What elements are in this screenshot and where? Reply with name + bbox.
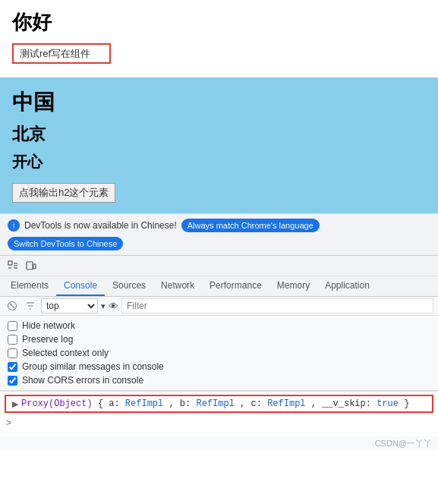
- china-label: 中国: [12, 88, 426, 117]
- watermark-text: CSDN@一丫丫: [375, 438, 432, 449]
- tab-network[interactable]: Network: [153, 276, 202, 296]
- notify-text: DevTools is now available in Chinese!: [24, 220, 177, 231]
- output-h2-button[interactable]: 点我输出h2这个元素: [12, 183, 115, 203]
- log-comma2: , c:: [240, 398, 267, 409]
- svg-rect-5: [27, 262, 33, 269]
- group-similar-checkbox[interactable]: [8, 362, 17, 372]
- tab-console[interactable]: Console: [56, 276, 105, 296]
- option-preserve-log: Preserve log: [8, 332, 430, 346]
- log-close-brace: }: [404, 398, 409, 409]
- beijing-label: 北京: [12, 123, 426, 146]
- console-filter-input[interactable]: [121, 298, 433, 313]
- devtools-toolbar: [0, 256, 438, 276]
- cors-errors-label: Show CORS errors in console: [22, 375, 143, 386]
- tab-application[interactable]: Application: [317, 276, 377, 296]
- eye-icon[interactable]: 👁: [109, 301, 118, 312]
- selected-context-checkbox[interactable]: [8, 348, 17, 358]
- console-caret-row: >: [0, 416, 438, 430]
- svg-rect-0: [8, 261, 12, 265]
- log-c-val: RefImpl: [267, 398, 305, 409]
- devtools-notify-bar: i DevTools is now available in Chinese! …: [0, 213, 438, 255]
- log-proxy-label: Proxy(Object): [21, 398, 93, 409]
- blue-content-area: 中国 北京 开心 点我输出h2这个元素: [0, 77, 438, 213]
- devtools-tabs: Elements Console Sources Network Perform…: [0, 276, 438, 297]
- console-output: ▶ Proxy(Object) { a: RefImpl , b: RefImp…: [0, 391, 438, 436]
- console-filter-bar: top verbose info warnings errors ▾ 👁: [0, 297, 438, 316]
- log-expand-arrow[interactable]: ▶: [12, 399, 18, 409]
- log-a-val: RefImpl: [125, 398, 163, 409]
- preserve-log-label: Preserve log: [22, 334, 73, 345]
- device-toolbar-icon[interactable]: [23, 257, 39, 274]
- devtools-panel: Elements Console Sources Network Perform…: [0, 255, 438, 451]
- tab-performance[interactable]: Performance: [202, 276, 269, 296]
- switch-chinese-button[interactable]: Switch DevTools to Chinese: [8, 237, 123, 250]
- hide-network-checkbox[interactable]: [8, 321, 17, 331]
- preserve-log-checkbox[interactable]: [8, 335, 17, 345]
- console-clear-icon[interactable]: [5, 298, 20, 313]
- console-caret: >: [6, 417, 11, 428]
- tab-sources[interactable]: Sources: [105, 276, 153, 296]
- console-options: Hide network Preserve log Selected conte…: [0, 316, 438, 391]
- group-similar-label: Group similar messages in console: [22, 361, 164, 372]
- log-a-key: a:: [109, 398, 125, 409]
- log-vskip: , __v_skip:: [311, 398, 377, 409]
- selected-context-label: Selected context only: [22, 348, 109, 358]
- watermark-area: CSDN@一丫丫: [0, 436, 438, 451]
- page-title: 你好: [12, 9, 426, 36]
- kaixin-label: 开心: [12, 152, 426, 172]
- top-label: ▾: [101, 301, 106, 311]
- level-filter-select[interactable]: top verbose info warnings errors: [41, 298, 98, 313]
- console-filter-icon[interactable]: [23, 298, 38, 313]
- log-text: Proxy(Object) { a: RefImpl , b: RefImpl …: [21, 398, 409, 409]
- option-hide-network: Hide network: [8, 319, 430, 332]
- log-comma1: , b:: [169, 398, 196, 409]
- option-cors-errors: Show CORS errors in console: [8, 373, 430, 387]
- option-group-similar: Group similar messages in console: [8, 360, 430, 373]
- log-b-val: RefImpl: [196, 398, 234, 409]
- log-open-brace: {: [98, 398, 103, 409]
- tab-elements[interactable]: Elements: [3, 276, 56, 296]
- ref-input[interactable]: [12, 43, 111, 64]
- page-area: 你好: [0, 0, 438, 70]
- svg-line-8: [10, 304, 14, 308]
- hide-network-label: Hide network: [22, 320, 75, 331]
- cors-errors-checkbox[interactable]: [8, 376, 17, 386]
- option-selected-context: Selected context only: [8, 346, 430, 360]
- match-language-button[interactable]: Always match Chrome's language: [181, 219, 320, 232]
- inspect-element-icon[interactable]: [5, 257, 21, 274]
- info-icon: i: [8, 219, 20, 232]
- svg-rect-6: [33, 264, 36, 269]
- log-vskip-val: true: [377, 398, 399, 409]
- console-log-row[interactable]: ▶ Proxy(Object) { a: RefImpl , b: RefImp…: [5, 395, 433, 413]
- tab-memory[interactable]: Memory: [269, 276, 317, 296]
